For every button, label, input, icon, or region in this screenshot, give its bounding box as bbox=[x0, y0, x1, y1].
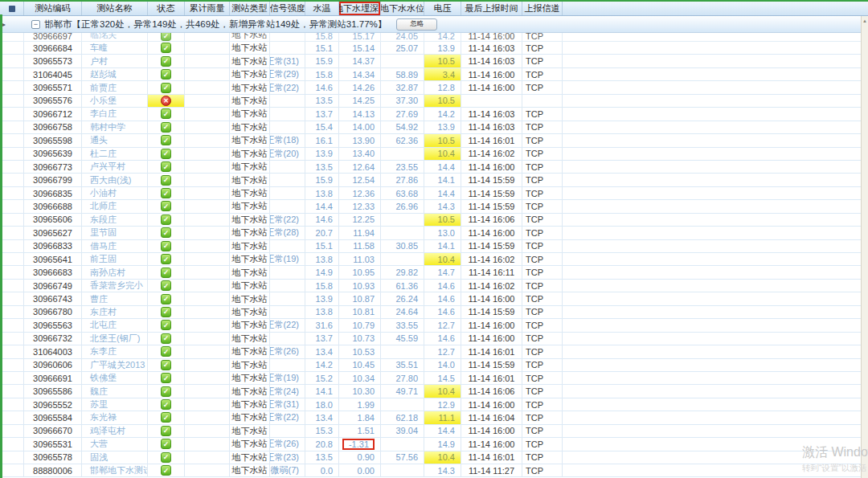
station-name-link[interactable]: 北屯庄 bbox=[82, 319, 148, 331]
table-row[interactable]: 30960606广平城关2013✓地下水站14.210.4535.5114.01… bbox=[0, 359, 868, 372]
table-row[interactable]: 30966799西大由(浅)✓地下水站15.912.5427.8614.111-… bbox=[0, 174, 868, 186]
table-row[interactable]: 30965552苏里✓地下水站正常(31)18.01.9912.911-14 1… bbox=[0, 398, 868, 411]
row-indent bbox=[0, 134, 24, 146]
row-filler bbox=[563, 292, 868, 304]
table-row[interactable]: 30965627里节固✓地下水站正常(28)20.711.9413.011-14… bbox=[0, 227, 868, 239]
voltage: 12.7 bbox=[424, 345, 461, 357]
table-row[interactable]: 30966732北堡王(钢厂)✓地下水站13.710.7345.5914.611… bbox=[0, 333, 868, 345]
table-row[interactable]: 30965586魏庄✓地下水站正常(24)14.110.3049.7110.41… bbox=[0, 385, 868, 398]
table-row[interactable]: 30965531大营✓地下水站正常(26)20.8-1.3114.911-14 … bbox=[0, 438, 868, 451]
station-name-link[interactable]: 魏庄 bbox=[82, 385, 148, 397]
station-name-link[interactable]: 南孙店村 bbox=[82, 266, 148, 278]
station-name-link[interactable]: 东光禄 bbox=[82, 411, 148, 423]
station-name-link[interactable]: 通头 bbox=[82, 134, 148, 146]
table-row[interactable]: 30965641前王固✓地下水站正常(19)13.811.0310.411-14… bbox=[0, 253, 868, 266]
station-name-link[interactable]: 香菜营乡完小 bbox=[82, 280, 148, 292]
station-name-link[interactable]: 大营 bbox=[82, 438, 148, 450]
table-row[interactable]: 30965598通头✓地下水站正常(18)16.113.9062.3610.51… bbox=[0, 134, 868, 147]
station-name-link[interactable]: 李白庄 bbox=[82, 108, 148, 120]
table-row[interactable]: 30966684车疃✓地下水站15.115.1425.0713.911-14 1… bbox=[0, 42, 868, 55]
header-groundwater-level[interactable]: 地下水水位 bbox=[381, 2, 424, 15]
voltage: 13.9 bbox=[424, 42, 461, 54]
vertical-scrollbar[interactable]: ▲ bbox=[861, 16, 868, 478]
station-code: 30966773 bbox=[24, 161, 82, 173]
row-filler bbox=[563, 385, 868, 397]
station-name-link[interactable]: 借马庄 bbox=[82, 240, 148, 252]
header-signal[interactable]: 信号强度 bbox=[270, 2, 305, 15]
station-name-link[interactable]: 苏里 bbox=[82, 398, 148, 411]
row-expand-arrow-icon[interactable]: ▸ bbox=[2, 21, 10, 28]
station-name-link[interactable]: 东段庄 bbox=[82, 214, 148, 226]
header-report-channel[interactable]: 上报信道 bbox=[522, 2, 563, 15]
table-row[interactable]: 30966743曹庄✓地下水站13.910.8726.2414.611-14 1… bbox=[0, 292, 868, 305]
station-name-link[interactable]: 韩村中学 bbox=[82, 121, 148, 133]
table-row[interactable]: 30966688北师庄✓地下水站14.412.3326.9614.311-14 … bbox=[0, 200, 868, 213]
table-row[interactable]: 30965573户村✓地下水站正常(31)15.914.3710.511-14 … bbox=[0, 55, 868, 67]
group-collapse-icon[interactable]: − bbox=[31, 20, 40, 29]
table-row[interactable]: 30965576小乐堡✕地下水站13.514.2537.3010.5 bbox=[0, 95, 868, 108]
station-name-link[interactable]: 邯郸地下水测试站 bbox=[82, 464, 148, 476]
table-row[interactable]: 30965571前贾庄✓地下水站正常(22)14.614.2632.8712.8… bbox=[0, 81, 868, 94]
station-name-link[interactable]: 车疃 bbox=[82, 42, 148, 54]
table-row[interactable]: 30966758韩村中学✓地下水站15.414.0054.9213.911-14… bbox=[0, 121, 868, 134]
signal-strength bbox=[270, 108, 305, 120]
header-groundwater-depth[interactable]: 地下水埋深▼ bbox=[339, 2, 381, 15]
table-row[interactable]: 30966691铁佛堡✓地下水站正常(19)15.210.3427.8014.5… bbox=[0, 372, 868, 385]
table-row[interactable]: 30966697临洺关✓地下水站15.815.1724.0514.211-14 … bbox=[0, 33, 868, 42]
header-voltage[interactable]: 电压 bbox=[424, 2, 461, 15]
station-name-link[interactable]: 北师庄 bbox=[82, 200, 148, 212]
table-row[interactable]: 31064045赵彭城✓地下水站正常(29)15.814.3458.893.41… bbox=[0, 68, 868, 81]
station-name-link[interactable]: 户村 bbox=[82, 55, 148, 67]
station-name-link[interactable]: 前贾庄 bbox=[82, 81, 148, 93]
water-temp: 0.0 bbox=[305, 464, 339, 476]
station-name-link[interactable]: 西大由(浅) bbox=[82, 174, 148, 186]
report-time: 11-14 16:01 bbox=[461, 134, 522, 146]
station-name-link[interactable]: 固浅 bbox=[82, 451, 148, 464]
groundwater-depth: 14.13 bbox=[339, 108, 381, 120]
signal-strength bbox=[270, 121, 305, 133]
header-station-type[interactable]: 测站类型 bbox=[230, 2, 270, 15]
header-status[interactable]: 状态 bbox=[148, 2, 185, 15]
table-row[interactable]: 31064003东李庄✓地下水站正常(26)13.410.5312.711-14… bbox=[0, 345, 868, 358]
table-row[interactable]: 30966712李白庄✓地下水站13.714.1327.6914.211-14 … bbox=[0, 108, 868, 121]
table-row[interactable]: 30965606东段庄✓地下水站正常(22)14.612.2510.511-14… bbox=[0, 214, 868, 227]
station-name-link[interactable]: 小油村 bbox=[82, 187, 148, 199]
table-row[interactable]: 30966749香菜营乡完小✓地下水站15.810.9361.3614.611-… bbox=[0, 280, 868, 292]
table-row[interactable]: 30966833借马庄✓地下水站15.111.5830.8514.111-14 … bbox=[0, 240, 868, 253]
water-temp: 13.9 bbox=[305, 292, 339, 304]
ignore-button[interactable]: 忽略 bbox=[396, 18, 437, 31]
table-row[interactable]: 30966773卢兴平村✓地下水站13.512.6423.5514.411-14… bbox=[0, 161, 868, 174]
groundwater-depth: 1.84 bbox=[339, 411, 381, 423]
station-name-link[interactable]: 赵彭城 bbox=[82, 68, 148, 80]
header-rainfall[interactable]: 累计雨量 bbox=[185, 2, 230, 15]
station-name-link[interactable]: 东庄村 bbox=[82, 306, 148, 318]
station-name-link[interactable]: 里节固 bbox=[82, 227, 148, 239]
table-row[interactable]: 30966670鸡泽屯村✓地下水站15.31.5139.0414.411-14 … bbox=[0, 425, 868, 438]
header-station-name[interactable]: 测站名称 bbox=[82, 2, 148, 15]
station-name-link[interactable]: 杜二庄 bbox=[82, 148, 148, 160]
status-ok-icon: ✓ bbox=[161, 69, 171, 80]
table-row[interactable]: 30965639杜二庄✓地下水站正常(20)13.913.4010.411-14… bbox=[0, 148, 868, 161]
station-name-link[interactable]: 广平城关2013 bbox=[82, 359, 148, 371]
table-row[interactable]: 30966835小油村✓地下水站13.812.3663.6814.411-14 … bbox=[0, 187, 868, 200]
table-row[interactable]: 30966683南孙店村✓地下水站14.910.9529.8214.711-14… bbox=[0, 266, 868, 279]
station-name-link[interactable]: 鸡泽屯村 bbox=[82, 425, 148, 437]
table-row[interactable]: 88880006邯郸地下水测试站✓地下水站微弱(7)0.00.0014.311-… bbox=[0, 464, 868, 477]
station-name-link[interactable]: 北堡王(钢厂) bbox=[82, 333, 148, 345]
station-name-link[interactable]: 曹庄 bbox=[82, 292, 148, 304]
station-name-link[interactable]: 卢兴平村 bbox=[82, 161, 148, 173]
header-report-time[interactable]: 最后上报时间 bbox=[461, 2, 522, 15]
station-name-link[interactable]: 铁佛堡 bbox=[82, 372, 148, 384]
table-row[interactable]: 30965563北屯庄✓地下水站正常(22)31.610.7933.5512.7… bbox=[0, 319, 868, 332]
station-name-link[interactable]: 小乐堡 bbox=[82, 95, 148, 107]
header-station-code[interactable]: 测站编码 bbox=[24, 2, 82, 15]
table-row[interactable]: 30965578固浅✓地下水站正常(23)13.50.9057.5610.411… bbox=[0, 451, 868, 464]
station-name-link[interactable]: 临洺关 bbox=[82, 33, 148, 41]
scrollbar-up-icon[interactable]: ▲ bbox=[862, 18, 868, 23]
station-name-link[interactable]: 东李庄 bbox=[82, 345, 148, 357]
table-row[interactable]: 30965584东光禄✓地下水站正常(22)13.41.8462.1811.11… bbox=[0, 411, 868, 424]
table-row[interactable]: 30966780东庄村✓地下水站13.810.8124.6414.611-14 … bbox=[0, 306, 868, 319]
row-indent bbox=[0, 81, 24, 93]
header-water-temp[interactable]: 水温 bbox=[305, 2, 339, 15]
station-name-link[interactable]: 前王固 bbox=[82, 253, 148, 265]
